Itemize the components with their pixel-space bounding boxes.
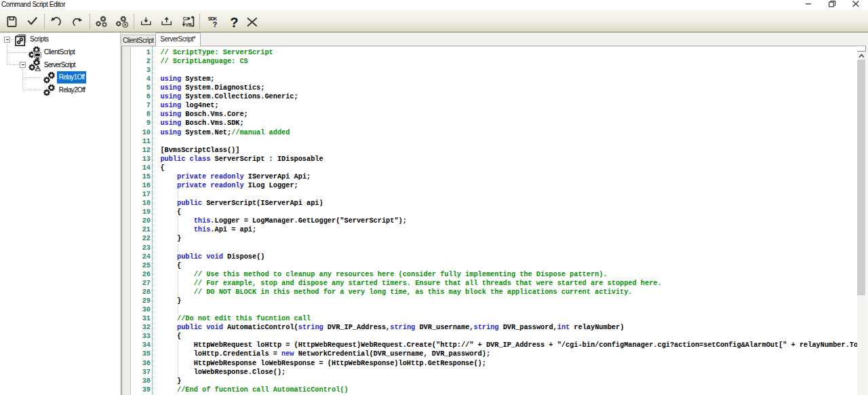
svg-text:?: ? bbox=[213, 20, 218, 29]
svg-text:VB: VB bbox=[185, 22, 191, 28]
svg-text:?: ? bbox=[230, 15, 238, 30]
